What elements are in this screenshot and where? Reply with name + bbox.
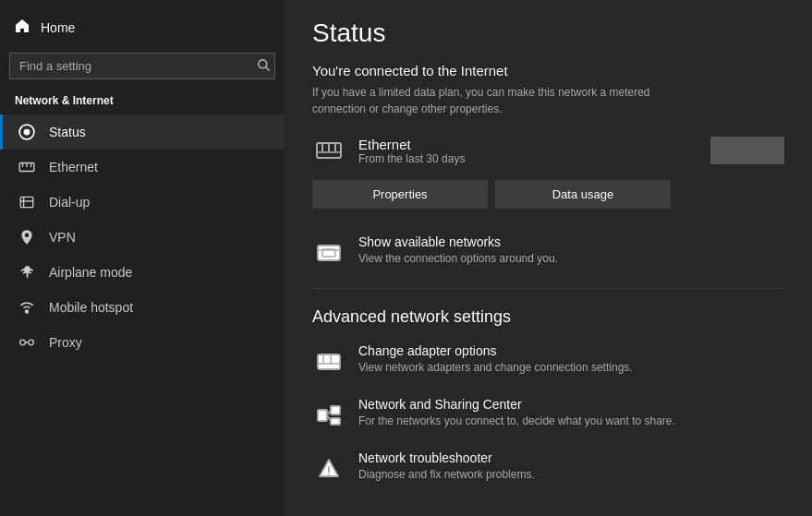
show-networks-desc: View the connection options around you.	[358, 252, 558, 265]
airplane-icon	[18, 264, 36, 281]
troubleshooter-desc: Diagnose and fix network problems.	[358, 468, 535, 481]
sidebar-item-airplane-label: Airplane mode	[49, 265, 132, 280]
sidebar-item-dialup[interactable]: Dial-up	[0, 185, 285, 220]
sidebar-item-dialup-label: Dial-up	[49, 195, 90, 210]
show-networks-icon	[312, 236, 345, 270]
sidebar-section-title: Network & Internet	[0, 90, 285, 114]
properties-button[interactable]: Properties	[312, 180, 488, 209]
adapter-options-item[interactable]: Change adapter options View network adap…	[312, 343, 784, 378]
troubleshooter-text: Network troubleshooter Diagnose and fix …	[358, 450, 535, 481]
sharing-desc: For the networks you connect to, decide …	[358, 414, 675, 427]
page-title: Status	[312, 18, 784, 48]
sidebar-item-vpn[interactable]: VPN	[0, 220, 285, 255]
sidebar-item-status-label: Status	[49, 125, 86, 139]
search-icon	[258, 59, 270, 71]
adapter-title: Change adapter options	[358, 343, 633, 358]
action-buttons: Properties Data usage	[312, 180, 784, 209]
troubleshooter-title: Network troubleshooter	[358, 450, 535, 465]
adapter-icon	[312, 345, 345, 378]
show-networks-item[interactable]: Show available networks View the connect…	[312, 234, 784, 270]
status-description: If you have a limited data plan, you can…	[312, 84, 700, 117]
sharing-icon	[312, 399, 345, 432]
ethernet-info: Ethernet From the last 30 days	[358, 137, 697, 165]
section-divider	[312, 288, 784, 289]
search-button[interactable]	[258, 59, 270, 74]
sidebar-item-hotspot-label: Mobile hotspot	[49, 300, 133, 315]
troubleshooter-icon	[312, 452, 345, 486]
svg-rect-24	[318, 410, 327, 421]
home-icon	[15, 18, 30, 36]
sharing-center-item[interactable]: Network and Sharing Center For the netwo…	[312, 397, 784, 432]
troubleshooter-item[interactable]: Network troubleshooter Diagnose and fix …	[312, 450, 784, 486]
ethernet-card-icon	[312, 134, 345, 167]
search-container	[9, 53, 275, 79]
ethernet-title: Ethernet	[358, 137, 697, 152]
sidebar-item-proxy[interactable]: Proxy	[0, 325, 285, 360]
svg-rect-6	[20, 197, 33, 207]
svg-point-9	[20, 340, 26, 345]
sidebar-item-proxy-label: Proxy	[49, 335, 82, 350]
ethernet-nav-icon	[18, 159, 36, 175]
sidebar-item-ethernet-label: Ethernet	[49, 160, 98, 174]
data-usage-button[interactable]: Data usage	[495, 180, 671, 209]
svg-point-30	[328, 474, 330, 475]
show-networks-text: Show available networks View the connect…	[358, 234, 558, 265]
sidebar-item-vpn-label: VPN	[49, 230, 76, 245]
sharing-title: Network and Sharing Center	[358, 397, 675, 412]
svg-rect-26	[331, 418, 340, 425]
connected-status-text: You're connected to the Internet	[312, 63, 784, 78]
proxy-icon	[18, 334, 36, 351]
adapter-desc: View network adapters and change connect…	[358, 361, 633, 374]
svg-rect-25	[331, 406, 340, 414]
ethernet-card: Ethernet From the last 30 days	[312, 134, 784, 167]
hotspot-icon	[18, 299, 36, 316]
adapter-text: Change adapter options View network adap…	[358, 343, 633, 374]
sidebar-item-ethernet[interactable]: Ethernet	[0, 150, 285, 185]
sharing-text: Network and Sharing Center For the netwo…	[358, 397, 675, 427]
show-networks-title: Show available networks	[358, 234, 558, 249]
sidebar-item-status[interactable]: Status	[0, 114, 285, 150]
svg-point-10	[29, 340, 34, 345]
sidebar-item-hotspot[interactable]: Mobile hotspot	[0, 290, 285, 325]
sidebar-home-button[interactable]: Home	[0, 9, 285, 45]
dialup-icon	[18, 194, 36, 210]
sidebar-item-airplane[interactable]: Airplane mode	[0, 255, 285, 290]
home-label: Home	[41, 20, 75, 35]
search-input[interactable]	[9, 53, 275, 79]
main-content: Status You're connected to the Internet …	[285, 0, 812, 516]
advanced-section-header: Advanced network settings	[312, 307, 784, 327]
status-icon	[18, 124, 36, 140]
ethernet-usage-bar	[710, 137, 784, 164]
svg-rect-20	[318, 354, 340, 369]
vpn-icon	[18, 229, 36, 246]
ethernet-subtitle: From the last 30 days	[358, 152, 697, 165]
svg-point-1	[24, 129, 30, 136]
sidebar: Home Network & Internet Status	[0, 0, 285, 516]
